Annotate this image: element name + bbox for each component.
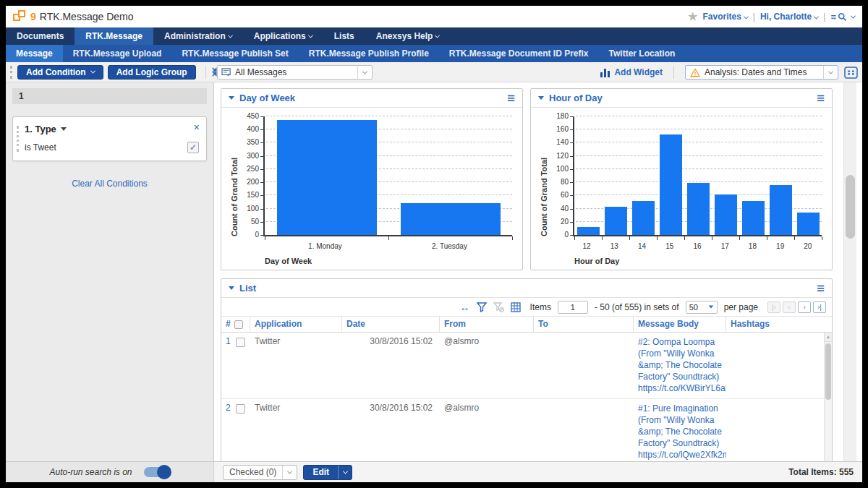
table-row[interactable]: 2 Twitter 30/8/2016 15:02 @alsmro #1: Pu… — [221, 399, 832, 461]
expand-columns-icon[interactable]: ↔ — [460, 301, 470, 313]
subtab-message[interactable]: Message — [6, 45, 63, 62]
favorites-star-icon[interactable]: ★ — [688, 10, 697, 23]
favorites-menu[interactable]: Favorites — [702, 12, 747, 22]
bar-1-monday[interactable] — [277, 120, 377, 235]
collapse-panel-icon[interactable] — [538, 96, 544, 100]
column-number[interactable]: # — [226, 317, 231, 332]
dashboard-dropdown[interactable]: Analysis: Dates and Times — [685, 65, 838, 80]
bar-13[interactable] — [605, 207, 627, 235]
tab-rtk-message[interactable]: RTK.Message — [75, 27, 153, 45]
column-from[interactable]: From — [440, 317, 534, 333]
checked-dropdown[interactable]: Checked (0) — [223, 465, 297, 480]
saved-search-icon — [218, 68, 231, 77]
toolbar-divider — [205, 66, 206, 79]
bar-15[interactable] — [660, 134, 682, 235]
scroll-up-icon[interactable]: ▲ — [825, 333, 832, 342]
tab-documents[interactable]: Documents — [6, 27, 75, 45]
panel-title: Hour of Day — [549, 93, 812, 103]
bar-18[interactable] — [742, 201, 765, 235]
panel-day-of-week: Day of Week ≡ Count of Grand Total 05010… — [221, 88, 523, 270]
table-row[interactable]: 1 Twitter 30/8/2016 15:02 @alsmro #2: Oo… — [221, 333, 832, 399]
condition-card[interactable]: 1. Type × is Tweet ✓ — [12, 116, 207, 161]
y-tick-label: 300 — [236, 153, 259, 160]
panel-menu-icon[interactable]: ≡ — [817, 283, 825, 294]
add-widget-button[interactable]: Add Widget — [600, 67, 663, 77]
last-page-button[interactable]: ›| — [813, 301, 826, 313]
column-message-body[interactable]: Message Body — [634, 317, 726, 333]
column-to[interactable]: To — [534, 317, 634, 333]
saved-search-dropdown[interactable]: All Messages — [217, 65, 373, 80]
column-hashtags[interactable]: Hashtags — [726, 317, 825, 333]
grid-view-icon[interactable] — [511, 302, 521, 312]
panel-menu-icon[interactable]: ≡ — [507, 93, 515, 104]
items-start-input[interactable] — [558, 301, 588, 314]
tab-administration[interactable]: Administration — [153, 27, 243, 45]
subtab-rtk-message-publish-profile[interactable]: RTK.Message Publish Profile — [299, 45, 439, 62]
main-scrollbar[interactable] — [843, 82, 856, 461]
first-page-button: |‹ — [767, 301, 780, 313]
x-tick-mark — [629, 236, 630, 240]
drag-handle[interactable] — [10, 66, 13, 79]
x-tick-mark — [712, 236, 712, 240]
row-checkbox[interactable] — [236, 338, 245, 347]
condition-checkbox[interactable]: ✓ — [187, 142, 199, 153]
tab-anexsys-help[interactable]: Anexsys Help — [365, 27, 451, 45]
scrollbar-thumb[interactable] — [846, 175, 855, 239]
add-logic-group-button[interactable]: Add Logic Group — [108, 65, 196, 80]
select-all-checkbox[interactable] — [234, 320, 243, 329]
x-tick-label: 2. Tuesday — [432, 242, 467, 250]
bar-20[interactable] — [797, 213, 820, 235]
hour-of-day-chart: Count of Grand Total 0204060801001201401… — [531, 108, 832, 270]
condition-title[interactable]: 1. Type — [25, 124, 199, 134]
column-application[interactable]: Application — [250, 317, 342, 333]
menu-lines-icon: ≡ — [830, 12, 836, 22]
bar-16[interactable] — [687, 183, 710, 235]
x-tick-label: 19 — [776, 242, 784, 250]
x-tick-mark — [822, 236, 822, 240]
bar-12[interactable] — [577, 227, 600, 235]
y-tick-label: 180 — [545, 113, 569, 120]
dashboard-layout-icon[interactable] — [844, 67, 858, 79]
scrollbar-thumb[interactable] — [825, 343, 831, 400]
footer-bar: Auto-run search is on Checked (0) Edit T… — [6, 461, 862, 482]
x-tick-mark — [684, 236, 685, 240]
tab-lists[interactable]: Lists — [323, 27, 365, 45]
bar-2-tuesday[interactable] — [401, 203, 501, 235]
x-tick-label: 1. Monday — [308, 242, 342, 250]
user-menu[interactable]: Hi, Charlotte — [760, 12, 818, 22]
bar-19[interactable] — [770, 185, 792, 235]
chevron-down-icon — [338, 466, 352, 479]
subtab-rtk-message-upload[interactable]: RTK.Message Upload — [63, 45, 172, 62]
panel-hour-of-day: Hour of Day ≡ Count of Grand Total 02040… — [530, 88, 833, 270]
edit-button[interactable]: Edit — [303, 465, 352, 480]
panel-menu-icon[interactable]: ≡ — [817, 93, 825, 104]
cell-from: @alsmro — [440, 336, 534, 346]
collapse-panel-icon[interactable] — [229, 96, 234, 100]
list-scrollbar[interactable]: ▲ — [824, 333, 832, 461]
main-nav: Documents RTK.Message Administration App… — [6, 27, 862, 45]
column-date[interactable]: Date — [342, 317, 440, 333]
subtab-rtk-message-document-id-prefix[interactable]: RTK.Message Document ID Prefix — [439, 45, 599, 62]
row-checkbox[interactable] — [236, 404, 245, 414]
x-tick-label: 12 — [583, 242, 591, 250]
add-condition-button[interactable]: Add Condition — [17, 65, 103, 80]
remove-condition-icon[interactable]: × — [194, 122, 200, 132]
triangle-down-icon — [61, 127, 67, 131]
next-page-button[interactable]: › — [798, 301, 811, 313]
clear-all-conditions-link[interactable]: Clear All Conditions — [12, 179, 207, 189]
x-tick-label: 17 — [721, 242, 729, 250]
subtab-rtk-message-publish-set[interactable]: RTK.Message Publish Set — [171, 45, 298, 62]
collapse-panel-icon[interactable] — [229, 286, 234, 290]
quick-search-menu[interactable]: ≡ — [830, 12, 855, 22]
autorun-toggle[interactable] — [144, 467, 170, 477]
cell-message-body[interactable]: #1: Pure Imagination(From "Willy Wonka&a… — [634, 403, 726, 461]
bar-14[interactable] — [632, 201, 655, 235]
subtab-twitter-location[interactable]: Twitter Location — [599, 45, 686, 62]
page-size-select[interactable]: 50 — [686, 301, 718, 314]
tab-applications[interactable]: Applications — [243, 27, 323, 45]
bar-17[interactable] — [715, 194, 737, 235]
condition-drag-handle[interactable] — [17, 126, 20, 152]
filter-icon[interactable] — [477, 302, 487, 312]
header-divider: | — [823, 12, 825, 22]
cell-message-body[interactable]: #2: Oompa Loompa(From "Willy Wonka&amp; … — [634, 336, 726, 394]
